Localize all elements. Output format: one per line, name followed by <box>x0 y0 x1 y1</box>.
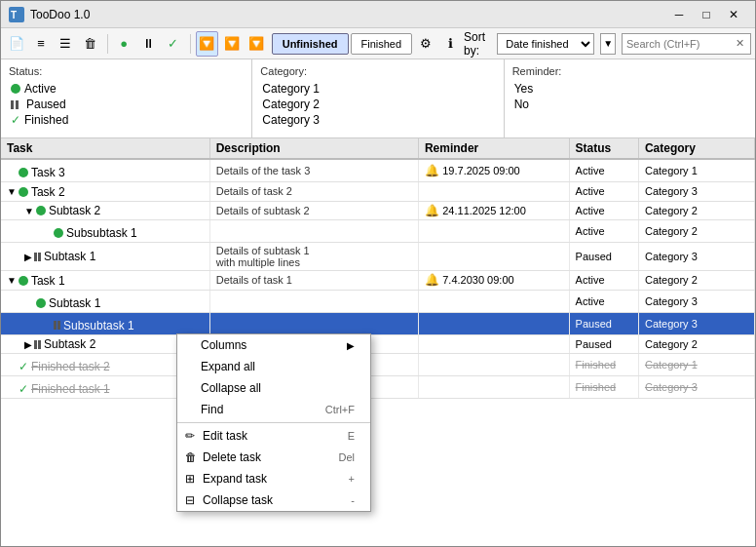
app-window: T TooDoo 1.0 ─ □ ✕ 📄 ≡ ☰ 🗑 ● ⏸ ✓ 🔽 🔽 🔽 U… <box>0 0 756 547</box>
category-filter-2[interactable]: Category 2 <box>260 97 495 112</box>
task-cell: ▼Task 2 <box>1 182 209 202</box>
filter3-button[interactable]: 🔽 <box>245 31 267 57</box>
paused-status-icon <box>54 321 60 330</box>
finished-check-icon: ✓ <box>19 360 28 373</box>
col-category[interactable]: Category <box>638 138 754 159</box>
window-controls: ─ □ ✕ <box>665 1 747 28</box>
ctx-edit-shortcut: E <box>348 430 355 442</box>
toolbar-sep-1 <box>107 34 108 54</box>
ctx-delete-task[interactable]: 🗑 Delete task Del <box>177 447 370 468</box>
table-row[interactable]: ▶Subtask 2PausedCategory 2 <box>1 334 755 354</box>
sort-select[interactable]: Date finished Date created Name Status <box>497 33 594 55</box>
delete-button[interactable]: 🗑 <box>79 31 101 57</box>
status-filter-paused[interactable]: Paused <box>9 97 244 112</box>
description-cell: Details of task 1 <box>209 271 418 291</box>
table-row[interactable]: ▼Task 1Details of task 1🔔 7.4.2030 09:00… <box>1 271 755 291</box>
category-1-label: Category 1 <box>262 82 320 96</box>
filter2-button[interactable]: 🔽 <box>220 31 243 57</box>
table-row[interactable]: Subtask 1ActiveCategory 3 <box>1 290 755 312</box>
edit-task-icon: ✏ <box>185 429 203 443</box>
finish-status-button[interactable]: ✓ <box>162 31 184 57</box>
task-list-container[interactable]: Task Description Reminder Status Categor… <box>1 138 755 546</box>
settings-button[interactable]: ⚙ <box>414 31 436 57</box>
reminder-cell: 🔔 7.4.2030 09:00 <box>418 271 569 291</box>
task-table: Task Description Reminder Status Categor… <box>1 138 755 399</box>
ctx-collapse-shortcut: - <box>351 494 355 506</box>
col-task[interactable]: Task <box>1 138 209 159</box>
pause-status-button[interactable]: ⏸ <box>137 31 160 57</box>
ctx-expand-task[interactable]: ⊞ Expand task + <box>177 468 370 489</box>
table-row[interactable]: ▼Subtask 2Details of subtask 2🔔 24.11.20… <box>1 201 755 220</box>
ctx-find[interactable]: Find Ctrl+F <box>177 399 370 420</box>
category-cell: Category 3 <box>638 312 754 334</box>
status-cell: Paused <box>569 312 638 334</box>
col-description[interactable]: Description <box>209 138 418 159</box>
expand-arrow[interactable]: ▶ <box>24 252 32 262</box>
category-cell: Category 3 <box>638 182 754 202</box>
indent2-button[interactable]: ☰ <box>55 31 77 57</box>
category-filter-1[interactable]: Category 1 <box>260 81 495 97</box>
status-text: Finished <box>576 381 617 393</box>
task-name: Subsubtask 1 <box>63 319 134 332</box>
indent-button[interactable]: ≡ <box>29 31 52 57</box>
new-button[interactable]: 📄 <box>5 31 27 57</box>
search-input[interactable] <box>626 38 734 50</box>
maximize-button[interactable]: □ <box>693 1 720 28</box>
task-cell: Subsubtask 1 <box>1 220 209 243</box>
status-filter-label: Status: <box>9 65 244 77</box>
paused-status-icon <box>34 253 41 261</box>
task-cell: Subtask 1 <box>1 290 209 312</box>
active-status-icon <box>19 187 28 197</box>
active-status-icon <box>19 168 28 177</box>
task-name: Task 2 <box>31 185 65 199</box>
reminder-cell <box>418 290 569 312</box>
expand-arrow[interactable]: ▼ <box>7 186 17 197</box>
description-cell <box>209 312 418 334</box>
category-filter-3[interactable]: Category 3 <box>260 112 495 128</box>
table-row[interactable]: Subsubtask 1ActiveCategory 2 <box>1 220 755 243</box>
table-row[interactable]: Subsubtask 1PausedCategory 3 <box>1 312 755 334</box>
reminder-cell <box>418 182 569 202</box>
finished-filter-button[interactable]: Finished <box>351 33 413 55</box>
unfinished-filter-button[interactable]: Unfinished <box>272 33 349 55</box>
help-button[interactable]: ℹ <box>439 31 462 57</box>
ctx-expand-all[interactable]: Expand all <box>177 356 370 377</box>
status-filter-active[interactable]: Active <box>9 81 244 97</box>
reminder-filter-no[interactable]: No <box>512 97 747 112</box>
table-row[interactable]: ▼Task 2Details of task 2ActiveCategory 3 <box>1 182 755 202</box>
status-filter-finished[interactable]: ✓ Finished <box>9 112 244 128</box>
ctx-edit-task[interactable]: ✏ Edit task E <box>177 425 370 447</box>
minimize-button[interactable]: ─ <box>665 1 693 28</box>
reminder-filter-yes[interactable]: Yes <box>512 81 747 97</box>
status-cell: Finished <box>569 376 638 399</box>
status-filter-section: Status: Active Paused ✓ Finished <box>1 59 252 137</box>
ctx-collapse-all[interactable]: Collapse all <box>177 377 370 399</box>
table-row[interactable]: Task 3Details of the task 3🔔 19.7.2025 0… <box>1 159 755 182</box>
filter-active-button[interactable]: 🔽 <box>196 31 218 57</box>
ctx-columns[interactable]: Columns ▶ ✓ Task ✓ Description ✓ Reminde… <box>177 334 370 356</box>
sort-direction-button[interactable]: ▼ <box>600 33 616 55</box>
expand-arrow[interactable]: ▼ <box>7 275 17 286</box>
ctx-sep-1 <box>177 422 370 423</box>
reminder-cell <box>418 243 569 271</box>
expand-arrow[interactable]: ▶ <box>24 339 32 350</box>
expand-task-icon: ⊞ <box>185 472 203 486</box>
close-button[interactable]: ✕ <box>720 1 747 28</box>
col-reminder[interactable]: Reminder <box>418 138 569 159</box>
table-row[interactable]: ✓Finished task 1FinishedCategory 3 <box>1 376 755 399</box>
category-cell: Category 3 <box>638 290 754 312</box>
table-row[interactable]: ✓Finished task 2FinishedCategory 1 <box>1 354 755 376</box>
category-cell: Category 1 <box>638 159 754 182</box>
table-row[interactable]: ▶Subtask 1Details of subtask 1 with mult… <box>1 243 755 271</box>
task-name: Task 3 <box>31 166 65 179</box>
search-clear-button[interactable]: ✕ <box>734 37 746 50</box>
category-cell: Category 2 <box>638 201 754 220</box>
col-status[interactable]: Status <box>569 138 638 159</box>
ctx-collapse-task[interactable]: ⊟ Collapse task - <box>177 489 370 511</box>
expand-arrow[interactable]: ▼ <box>24 206 34 216</box>
active-status-button[interactable]: ● <box>112 31 134 57</box>
ctx-expand-shortcut: + <box>349 473 355 485</box>
category-cell: Category 2 <box>638 334 754 354</box>
category-cell: Category 2 <box>638 271 754 291</box>
delete-task-icon: 🗑 <box>185 450 203 464</box>
